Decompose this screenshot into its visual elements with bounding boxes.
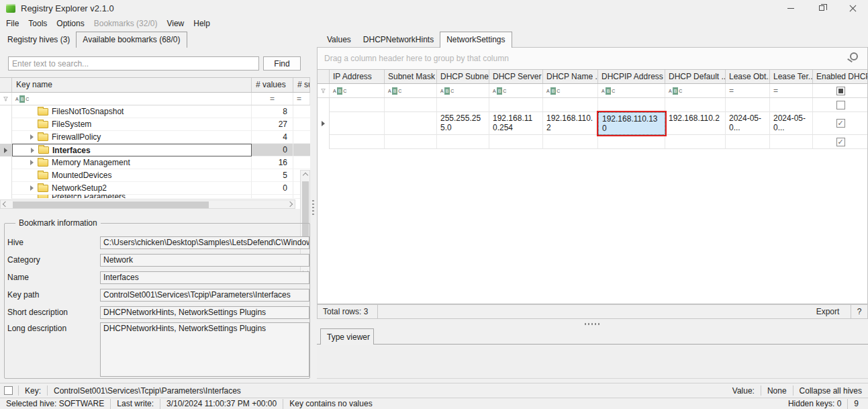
grid-cell-enabled-dhcp[interactable]	[813, 112, 868, 135]
tree-horizontal-scrollbar[interactable]	[0, 199, 295, 209]
group-by-panel[interactable]: Drag a column header here to group by th…	[318, 48, 867, 69]
grid-cell[interactable]: 192.168.110.2	[543, 112, 598, 135]
tab-type-viewer[interactable]: Type viewer	[320, 328, 374, 345]
grid-column-header[interactable]: Lease Obt...	[726, 70, 770, 83]
grid-cell[interactable]: 192.168.110.254	[489, 112, 543, 135]
grid-filter-cell[interactable]: ABC	[665, 84, 726, 97]
grid-cell[interactable]	[489, 98, 543, 112]
tab-networksettings[interactable]: NetworkSettings	[440, 32, 512, 48]
grid-cell[interactable]	[385, 98, 437, 112]
grid-column-header[interactable]: DHCP Name ...	[543, 70, 598, 83]
tree-row[interactable]: Memory Management16	[0, 156, 310, 169]
minimize-button[interactable]	[775, 0, 806, 16]
tree-row[interactable]: FileSystem27	[0, 118, 310, 131]
grid-cell[interactable]	[385, 135, 437, 149]
tree-row[interactable]: Interfaces0	[0, 144, 310, 156]
tree-row[interactable]: Prefetch Parameters	[0, 195, 310, 199]
grid-cell[interactable]	[437, 98, 489, 112]
enabled-dhcp-checkbox[interactable]	[836, 119, 845, 128]
grid-cell[interactable]	[437, 135, 489, 149]
grid-cell[interactable]: 192.168.110.2	[665, 112, 726, 135]
close-button[interactable]	[837, 0, 868, 16]
grid-column-header[interactable]: Enabled DHCP	[813, 70, 868, 83]
grid-filter-cell[interactable]: ABC	[543, 84, 598, 97]
grid-cell[interactable]: 255.255.255.0	[437, 112, 489, 135]
grid-column-header[interactable]: IP Address	[330, 70, 385, 83]
menu-bookmarks[interactable]: Bookmarks (32/0)	[89, 17, 162, 30]
grid-cell[interactable]	[598, 135, 665, 149]
grid-cell[interactable]	[330, 112, 385, 135]
export-button[interactable]: Export	[805, 305, 851, 318]
panel-splitter[interactable]	[310, 31, 317, 383]
expander-icon[interactable]	[31, 148, 34, 153]
search-input[interactable]	[8, 56, 259, 71]
grid-cell[interactable]	[726, 98, 770, 112]
grid-cell[interactable]	[770, 98, 813, 112]
collapse-all-hives-button[interactable]: Collapse all hives	[793, 386, 868, 396]
grid-cell-enabled-dhcp[interactable]	[813, 98, 868, 112]
grid-filter-cell[interactable]: ABC	[437, 84, 489, 97]
grid-filter-cell[interactable]: =	[770, 84, 813, 97]
tree-column-header[interactable]: # su	[293, 78, 310, 92]
tab-dhcpnetworkhints[interactable]: DHCPNetworkHints	[357, 32, 440, 47]
find-button[interactable]: Find	[263, 56, 301, 71]
menu-file[interactable]: File	[1, 17, 23, 30]
grid-cell[interactable]	[385, 112, 437, 135]
scroll-left-icon[interactable]	[3, 201, 8, 207]
grid-filter-cell[interactable]: ABC	[598, 84, 665, 97]
tree-column-header[interactable]: # values	[252, 78, 293, 92]
grid-filter-cell[interactable]: ABC	[385, 84, 437, 97]
grid-cell[interactable]	[665, 98, 726, 112]
grid-row[interactable]	[318, 98, 867, 112]
enabled-dhcp-checkbox[interactable]	[836, 138, 845, 146]
grid-cell[interactable]	[330, 98, 385, 112]
tree-key-cell[interactable]: FirewallPolicy	[12, 131, 252, 144]
scroll-thumb[interactable]	[13, 201, 209, 208]
grid-filter-cell[interactable]: ABC	[330, 84, 385, 97]
menu-tools[interactable]: Tools	[23, 17, 52, 30]
grid-cell[interactable]	[489, 135, 543, 149]
tree-filter-name[interactable]: ABC	[12, 93, 252, 105]
scroll-up-icon[interactable]	[302, 173, 307, 178]
grid-cell[interactable]	[665, 135, 726, 149]
tree-row[interactable]: FilesNotToSnapshot8	[0, 105, 310, 118]
field-value[interactable]: C:\Users\chicken\Desktop\Samples\LetsDef…	[100, 236, 309, 249]
expander-icon[interactable]	[30, 134, 34, 140]
field-value[interactable]: DHCPNetworkHints, NetworkSettings Plugin…	[100, 306, 309, 319]
help-button[interactable]: ?	[851, 305, 867, 318]
grid-cell[interactable]	[598, 98, 665, 112]
grid-column-header[interactable]: DHCP Subne...	[437, 70, 489, 83]
scroll-right-icon[interactable]	[287, 201, 293, 207]
tree-key-cell[interactable]: FilesNotToSnapshot	[12, 105, 252, 118]
grid-column-header[interactable]: Subnet Mask	[385, 70, 437, 83]
grid-cell[interactable]	[330, 135, 385, 149]
tree-row[interactable]: MountedDevices5	[0, 169, 310, 182]
tree-filter-values[interactable]: =	[252, 93, 293, 105]
grid-column-header[interactable]: Lease Ter...	[770, 70, 813, 83]
expander-icon[interactable]	[30, 160, 34, 165]
grid-cell[interactable]	[543, 98, 598, 112]
tree-key-cell[interactable]: Interfaces	[12, 144, 252, 156]
grid-cell[interactable]	[726, 135, 770, 149]
grid-column-header[interactable]: DHCP Default ...	[665, 70, 726, 83]
field-value[interactable]: ControlSet001\Services\Tcpip\Parameters\…	[100, 289, 309, 302]
menu-options[interactable]: Options	[52, 17, 89, 30]
tree-row[interactable]: FirewallPolicy4	[0, 131, 310, 144]
restore-button[interactable]	[806, 0, 837, 16]
field-value[interactable]: DHCPNetworkHints, NetworkSettings Plugin…	[100, 322, 309, 377]
field-value[interactable]: Interfaces	[100, 271, 309, 284]
tree-column-header[interactable]: Key name	[12, 78, 252, 92]
grid-cell[interactable]	[543, 135, 598, 149]
grid-column-header[interactable]: DHCPIP Address	[598, 70, 665, 83]
grid-cell[interactable]: 192.168.110.130	[598, 112, 665, 135]
tab-registry-hives-3-[interactable]: Registry hives (3)	[1, 32, 76, 47]
tab-values[interactable]: Values	[321, 32, 357, 47]
tree-key-cell[interactable]: FileSystem	[12, 118, 252, 131]
tree-key-cell[interactable]: MountedDevices	[12, 169, 252, 182]
horizontal-splitter[interactable]	[317, 320, 868, 328]
tree-row[interactable]: NetworkSetup20	[0, 182, 310, 195]
tab-available-bookmarks-68-0-[interactable]: Available bookmarks (68/0)	[76, 32, 187, 48]
tree-key-cell[interactable]: NetworkSetup2	[12, 182, 252, 195]
grid-cell-enabled-dhcp[interactable]	[813, 135, 868, 149]
menu-help[interactable]: Help	[189, 17, 215, 30]
